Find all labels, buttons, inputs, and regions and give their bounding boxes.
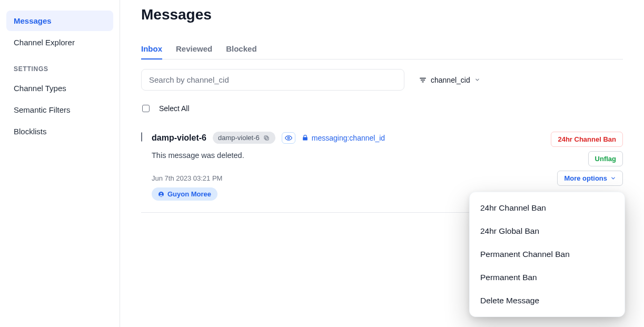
sidebar-item-channel-types[interactable]: Channel Types (6, 78, 113, 98)
dropdown-item-24hr-channel-ban[interactable]: 24hr Channel Ban (470, 196, 625, 220)
message-checkbox-wrap (141, 132, 142, 201)
svg-point-5 (288, 137, 290, 139)
search-input[interactable] (141, 69, 404, 91)
svg-point-7 (161, 193, 162, 194)
channel-link-text: messaging:channel_id (312, 134, 385, 142)
sidebar-item-semantic-filters[interactable]: Semantic Filters (6, 100, 113, 120)
message-id-pill[interactable]: damp-violet-6 (213, 132, 275, 144)
message-body: damp-violet-6 damp-violet-6 messaging:ch… (152, 132, 541, 201)
message-actions: 24hr Channel Ban Unflag More options (551, 132, 623, 201)
eye-icon (285, 134, 292, 142)
sidebar-item-messages[interactable]: Messages (6, 11, 113, 31)
svg-rect-4 (264, 136, 267, 139)
app-frame: Messages Channel Explorer SETTINGS Chann… (0, 0, 644, 327)
preview-button[interactable] (282, 132, 295, 144)
sidebar-settings-heading: SETTINGS (6, 54, 113, 78)
dropdown-item-permanent-channel-ban[interactable]: Permanent Channel Ban (470, 243, 625, 266)
lock-icon (302, 134, 309, 141)
page-title: Messages (141, 6, 623, 23)
dropdown-item-24hr-global-ban[interactable]: 24hr Global Ban (470, 220, 625, 243)
filter-label: channel_cid (431, 76, 470, 84)
author-name: Guyon Moree (167, 190, 211, 198)
sidebar-item-channel-explorer[interactable]: Channel Explorer (6, 32, 113, 53)
filter-dropdown[interactable]: channel_cid (419, 76, 480, 84)
tab-inbox[interactable]: Inbox (141, 39, 162, 60)
main-content: Messages Inbox Reviewed Blocked channel_… (120, 0, 644, 327)
sidebar: Messages Channel Explorer SETTINGS Chann… (0, 0, 120, 327)
search-row: channel_cid (141, 69, 623, 91)
message-timestamp: Jun 7th 2023 03:21 PM (152, 174, 541, 182)
select-all-row: Select All (141, 100, 623, 122)
more-options-button[interactable]: More options (557, 171, 623, 186)
tab-reviewed[interactable]: Reviewed (176, 39, 212, 60)
tab-blocked[interactable]: Blocked (226, 39, 256, 60)
copy-icon[interactable] (263, 134, 270, 142)
ban-button[interactable]: 24hr Channel Ban (551, 132, 623, 147)
author-pill[interactable]: Guyon Moree (152, 187, 217, 201)
dropdown-item-delete-message[interactable]: Delete Message (470, 289, 625, 312)
message-title: damp-violet-6 (152, 133, 206, 143)
user-icon (158, 191, 164, 197)
select-all-label: Select All (159, 104, 190, 113)
message-header: damp-violet-6 damp-violet-6 messaging:ch… (152, 132, 541, 144)
filter-icon (419, 76, 427, 84)
dropdown-item-permanent-ban[interactable]: Permanent Ban (470, 266, 625, 289)
chevron-down-icon (610, 175, 616, 181)
more-options-label: More options (564, 174, 607, 182)
message-checkbox[interactable] (141, 132, 142, 142)
channel-link[interactable]: messaging:channel_id (302, 134, 385, 142)
select-all-checkbox[interactable] (142, 105, 150, 112)
svg-rect-3 (265, 137, 269, 140)
message-id-text: damp-violet-6 (218, 134, 260, 142)
sidebar-item-blocklists[interactable]: Blocklists (6, 121, 113, 142)
more-options-dropdown: 24hr Channel Ban 24hr Global Ban Permane… (469, 192, 625, 317)
message-text: This message was deleted. (152, 151, 541, 160)
unflag-button[interactable]: Unflag (588, 151, 623, 166)
chevron-down-icon (474, 77, 480, 83)
tabs: Inbox Reviewed Blocked (141, 39, 623, 60)
